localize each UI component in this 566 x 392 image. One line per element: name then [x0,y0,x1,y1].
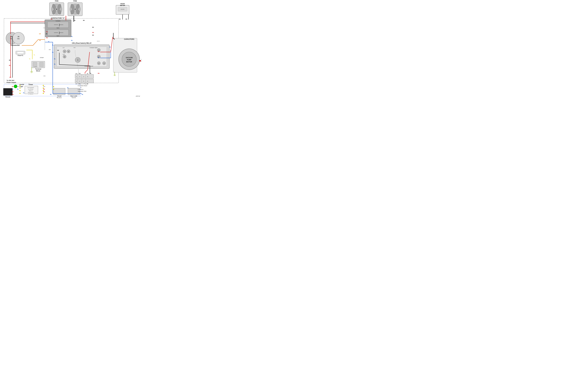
svg-text:BL: BL [50,94,52,95]
svg-text:BL: BL [82,94,83,95]
svg-text:OR: OR [39,33,41,34]
svg-text:Contacts: Contacts [56,20,60,22]
svg-text:4: 4 [99,50,99,51]
svg-text:6: 6 [68,51,69,52]
svg-text:METER: METER [120,5,125,6]
svg-text:Fuse F1: Fuse F1 [18,55,23,56]
svg-point-12 [74,9,76,10]
svg-text:YL: YL [29,58,30,59]
svg-point-117 [14,85,17,88]
svg-text:4: 4 [87,76,88,77]
svg-text:RD: RD [12,91,14,92]
svg-text:BL: BL [12,88,14,90]
svg-text:Separation Tank: Separation Tank [78,91,86,92]
svg-text:MOTOR: MOTOR [126,61,132,63]
svg-text:YL: YL [34,54,35,56]
svg-text:Circuit: Circuit [57,95,61,97]
svg-text:RD: RD [46,37,48,39]
svg-text:Remote: Remote [6,96,10,98]
svg-rect-48 [40,62,44,67]
svg-text:4: 4 [87,81,88,82]
svg-text:Terminal: Terminal [35,68,41,70]
svg-text:Serial Break: Serial Break [28,92,34,93]
svg-text:RD: RD [43,88,45,90]
svg-text:BL: BL [109,46,111,48]
svg-text:RD: RD [98,51,100,52]
svg-text:BL: BL [17,88,19,90]
svg-rect-113 [3,88,13,96]
svg-text:WH: WH [17,86,19,87]
svg-text:BK: BK [57,50,59,51]
svg-text:BL: BL [23,92,25,94]
svg-text:RD: RD [92,32,94,33]
svg-text:WH: WH [44,75,45,77]
svg-text:Not Equipped: Not Equipped [28,87,34,88]
svg-rect-107 [53,88,65,95]
svg-text:To 230 VAC: To 230 VAC [7,80,15,81]
svg-text:BL: BL [71,40,73,41]
svg-text:Breaker: Breaker [57,97,62,98]
svg-text:WH: WH [75,73,77,74]
svg-text:Light: Light [19,86,23,87]
svg-rect-95 [75,79,94,83]
svg-rect-44 [17,52,24,54]
svg-text:7: 7 [64,51,65,52]
svg-text:Switch: Switch [72,97,76,98]
svg-text:WH: WH [79,73,81,74]
svg-text:or: or [80,87,81,88]
svg-text:CAPACITORS: CAPACITORS [124,38,134,40]
svg-text:5: 5 [77,59,78,61]
svg-text:BL: BL [54,58,56,59]
svg-text:HOUR: HOUR [120,3,125,4]
svg-text:CR1 (Float Switch) RELAY: CR1 (Float Switch) RELAY [72,42,92,44]
svg-text:Evacuation Board: Evacuation Board [78,85,87,86]
svg-text:OR: OR [39,40,41,41]
svg-text:BK: BK [83,20,85,21]
svg-text:1: 1 [104,63,104,64]
svg-text:3: 3 [83,81,84,82]
svg-text:FAN: FAN [73,0,77,2]
svg-text:2: 2 [79,81,80,82]
svg-text:BK: BK [119,18,121,20]
svg-text:RD: RD [12,94,14,95]
svg-text:WH: WH [43,86,45,87]
svg-text:RD: RD [46,31,48,32]
wiring-diagram: FAN FAN HOURS HOUR METER [0,0,142,98]
svg-rect-83 [139,60,141,61]
svg-text:WH: WH [44,27,45,28]
svg-text:BK: BK [92,27,94,28]
svg-text:BL: BL [54,63,56,65]
svg-text:PUMP: PUMP [127,59,131,61]
svg-text:on All Vacs: on All Vacs [28,89,33,90]
svg-text:Contacts Open: Contacts Open [90,47,98,48]
svg-text:WH: WH [73,47,75,48]
svg-text:Coil: Coil [63,47,64,48]
svg-text:1: 1 [76,81,77,82]
svg-text:HOURS: HOURS [121,9,125,10]
svg-text:BL: BL [71,36,73,37]
svg-text:CONTACTOR "C": CONTACTOR "C" [51,17,65,19]
svg-text:GN/YL: GN/YL [97,41,100,42]
svg-text:FAN: FAN [55,0,58,2]
svg-text:Thermal: Thermal [141,59,142,60]
svg-text:BK: BK [87,73,88,74]
svg-text:Door Limit: Door Limit [71,95,77,97]
svg-text:BK: BK [74,20,75,21]
svg-text:Jumper: Jumper [40,57,44,58]
svg-text:Refer to: Refer to [29,90,33,91]
svg-text:BK: BK [126,18,127,20]
svg-text:3: 3 [99,63,99,64]
svg-text:WH: WH [49,49,51,50]
svg-text:2: 2 [79,76,80,77]
svg-text:Power Supply: Power Supply [7,82,16,83]
svg-text:BL: BL [98,57,99,58]
svg-text:3: 3 [83,76,84,77]
svg-text:1: 1 [76,76,77,77]
svg-text:Open: Open [57,27,59,28]
svg-text:Coil: Coil [63,54,64,55]
svg-text:Transformer: Transformer [11,44,20,46]
svg-text:RD: RD [98,73,100,74]
svg-text:RD: RD [43,91,45,92]
svg-text:VAC: VAC [17,38,20,40]
svg-text:BK: BK [46,33,48,34]
